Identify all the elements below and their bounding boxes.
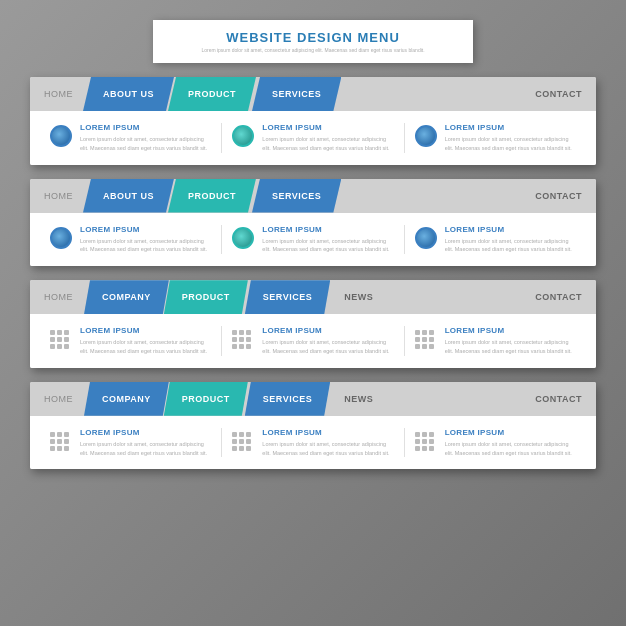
col-desc-4-1: Lorem ipsum dolor sit amet, consectetur … (80, 440, 211, 458)
nav-content-2: LOREM IPSUMLorem ipsum dolor sit amet, c… (30, 213, 596, 267)
col-desc-1-1: Lorem ipsum dolor sit amet, consectetur … (80, 135, 211, 153)
page-subtitle: Lorem ipsum dolor sit amet, consectetur … (183, 47, 443, 53)
nav-item-services-4[interactable]: SERVICES (245, 382, 330, 416)
col-desc-2-3: Lorem ipsum dolor sit amet, consectetur … (445, 237, 576, 255)
col-desc-3-2: Lorem ipsum dolor sit amet, consectetur … (262, 338, 393, 356)
nav-content-3: LOREM IPSUMLorem ipsum dolor sit amet, c… (30, 314, 596, 368)
nav-bar-2: HOMEABOUT USPRODUCTSERVICESCONTACT (30, 179, 596, 213)
content-col-1: LOREM IPSUMLorem ipsum dolor sit amet, c… (40, 225, 222, 255)
nav-card-3: HOMECOMPANYPRODUCTSERVICESNEWSCONTACTLOR… (30, 280, 596, 368)
nav-item-contact-2[interactable]: CONTACT (521, 179, 596, 213)
nav-item-services-1[interactable]: SERVICES (252, 77, 341, 111)
grid-icon-2 (232, 432, 254, 454)
nav-item-product-3[interactable]: PRODUCT (164, 280, 248, 314)
content-col-2: LOREM IPSUMLorem ipsum dolor sit amet, c… (222, 225, 404, 255)
col-title-3-2: LOREM IPSUM (262, 326, 393, 335)
nav-item-home-2[interactable]: HOME (30, 179, 87, 213)
nav-bar-1: HOMEABOUT USPRODUCTSERVICESCONTACT (30, 77, 596, 111)
circle-icon-2 (232, 125, 254, 147)
content-col-3: LOREM IPSUMLorem ipsum dolor sit amet, c… (405, 225, 586, 255)
col-desc-4-2: Lorem ipsum dolor sit amet, consectetur … (262, 440, 393, 458)
grid-icon-1 (50, 432, 72, 454)
content-col-1: LOREM IPSUMLorem ipsum dolor sit amet, c… (40, 123, 222, 153)
circle-icon-2 (232, 227, 254, 249)
nav-content-4: LOREM IPSUMLorem ipsum dolor sit amet, c… (30, 416, 596, 470)
circle-icon-1 (50, 227, 72, 249)
nav-bar-3: HOMECOMPANYPRODUCTSERVICESNEWSCONTACT (30, 280, 596, 314)
col-title-1-3: LOREM IPSUM (445, 123, 576, 132)
col-title-4-3: LOREM IPSUM (445, 428, 576, 437)
nav-card-4: HOMECOMPANYPRODUCTSERVICESNEWSCONTACTLOR… (30, 382, 596, 470)
nav-item-product-2[interactable]: PRODUCT (168, 179, 256, 213)
circle-icon-1 (50, 125, 72, 147)
circle-icon-3 (415, 227, 437, 249)
nav-content-1: LOREM IPSUMLorem ipsum dolor sit amet, c… (30, 111, 596, 165)
page-title: WEBSITE DESIGN MENU (183, 30, 443, 45)
nav-item-services-3[interactable]: SERVICES (245, 280, 330, 314)
nav-item-company-4[interactable]: COMPANY (84, 382, 169, 416)
content-col-2: LOREM IPSUMLorem ipsum dolor sit amet, c… (222, 428, 404, 458)
col-title-1-2: LOREM IPSUM (262, 123, 393, 132)
content-col-3: LOREM IPSUMLorem ipsum dolor sit amet, c… (405, 428, 586, 458)
col-title-2-1: LOREM IPSUM (80, 225, 211, 234)
nav-item-services-2[interactable]: SERVICES (252, 179, 341, 213)
content-col-2: LOREM IPSUMLorem ipsum dolor sit amet, c… (222, 326, 404, 356)
grid-icon-1 (50, 330, 72, 352)
col-title-4-1: LOREM IPSUM (80, 428, 211, 437)
col-desc-3-1: Lorem ipsum dolor sit amet, consectetur … (80, 338, 211, 356)
nav-item-home-3[interactable]: HOME (30, 280, 87, 314)
col-desc-4-3: Lorem ipsum dolor sit amet, consectetur … (445, 440, 576, 458)
grid-icon-3 (415, 432, 437, 454)
title-banner: WEBSITE DESIGN MENU Lorem ipsum dolor si… (153, 20, 473, 63)
col-title-2-3: LOREM IPSUM (445, 225, 576, 234)
col-title-3-3: LOREM IPSUM (445, 326, 576, 335)
nav-item-contact-4[interactable]: CONTACT (521, 382, 596, 416)
content-col-3: LOREM IPSUMLorem ipsum dolor sit amet, c… (405, 123, 586, 153)
nav-card-1: HOMEABOUT USPRODUCTSERVICESCONTACTLOREM … (30, 77, 596, 165)
grid-icon-2 (232, 330, 254, 352)
col-title-3-1: LOREM IPSUM (80, 326, 211, 335)
nav-item-home-4[interactable]: HOME (30, 382, 87, 416)
col-desc-2-2: Lorem ipsum dolor sit amet, consectetur … (262, 237, 393, 255)
col-desc-3-3: Lorem ipsum dolor sit amet, consectetur … (445, 338, 576, 356)
content-col-1: LOREM IPSUMLorem ipsum dolor sit amet, c… (40, 428, 222, 458)
content-col-1: LOREM IPSUMLorem ipsum dolor sit amet, c… (40, 326, 222, 356)
nav-item-company-3[interactable]: COMPANY (84, 280, 169, 314)
nav-item-news-4[interactable]: NEWS (330, 382, 387, 416)
nav-item-about-us-2[interactable]: ABOUT US (83, 179, 174, 213)
grid-icon-3 (415, 330, 437, 352)
col-desc-1-3: Lorem ipsum dolor sit amet, consectetur … (445, 135, 576, 153)
col-desc-2-1: Lorem ipsum dolor sit amet, consectetur … (80, 237, 211, 255)
nav-item-news-3[interactable]: NEWS (330, 280, 387, 314)
circle-icon-3 (415, 125, 437, 147)
content-col-3: LOREM IPSUMLorem ipsum dolor sit amet, c… (405, 326, 586, 356)
content-col-2: LOREM IPSUMLorem ipsum dolor sit amet, c… (222, 123, 404, 153)
nav-item-about-us-1[interactable]: ABOUT US (83, 77, 174, 111)
nav-item-contact-1[interactable]: CONTACT (521, 77, 596, 111)
nav-item-product-1[interactable]: PRODUCT (168, 77, 256, 111)
col-title-2-2: LOREM IPSUM (262, 225, 393, 234)
col-title-4-2: LOREM IPSUM (262, 428, 393, 437)
col-title-1-1: LOREM IPSUM (80, 123, 211, 132)
nav-bar-4: HOMECOMPANYPRODUCTSERVICESNEWSCONTACT (30, 382, 596, 416)
nav-card-2: HOMEABOUT USPRODUCTSERVICESCONTACTLOREM … (30, 179, 596, 267)
nav-item-home-1[interactable]: HOME (30, 77, 87, 111)
nav-item-contact-3[interactable]: CONTACT (521, 280, 596, 314)
nav-item-product-4[interactable]: PRODUCT (164, 382, 248, 416)
col-desc-1-2: Lorem ipsum dolor sit amet, consectetur … (262, 135, 393, 153)
